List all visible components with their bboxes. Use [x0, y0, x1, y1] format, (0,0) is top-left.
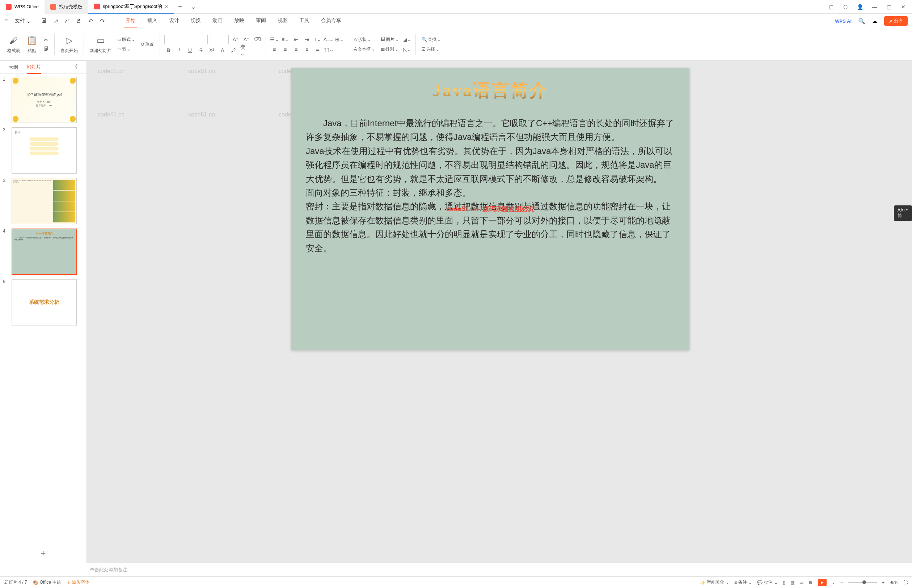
slides-tab[interactable]: 幻灯片 [27, 61, 41, 74]
thumb-item-4[interactable]: 4 Java语言简介 Java，目前Internet中最流行的编程语言之一。它吸… [3, 229, 84, 275]
notes-bar[interactable]: 单击此处添加备注 [0, 563, 912, 577]
align-right-icon[interactable]: ≡ [292, 45, 300, 53]
superscript-icon[interactable]: X² [208, 46, 216, 54]
cube-icon[interactable]: ⬡ [841, 3, 850, 11]
slide-body[interactable]: Java，目前Internet中最流行的编程语言之一。它吸取了C++编程语言的长… [306, 116, 675, 255]
slide-editor[interactable]: code51.cn code51.cn code51.cn code51.cn … [87, 61, 894, 563]
zoom-slider[interactable] [848, 582, 877, 583]
slideshow-button[interactable]: ▶ [818, 579, 826, 586]
theme-indicator[interactable]: 🎨 Office 主题 [33, 579, 61, 585]
tab-slideshow[interactable]: 放映 [233, 15, 246, 27]
thumbnail-1[interactable]: 学生请假管理系统-ppt 答辩人：xxx 指导老师：xxx [11, 77, 77, 123]
increase-indent-icon[interactable]: ⇥ [303, 36, 311, 44]
picture-button[interactable]: 🖼 图片 ⌄ [379, 36, 400, 44]
undo-icon[interactable]: ↶ [87, 18, 94, 24]
maximize-button[interactable]: ▢ [884, 3, 893, 11]
wps-ai-button[interactable]: WPS AI [835, 18, 852, 24]
comments-toggle[interactable]: 💬 批注 ⌄ [757, 579, 778, 585]
tab-member[interactable]: 会员专享 [319, 15, 343, 27]
number-list-icon[interactable]: ≡⌄ [281, 36, 289, 44]
zoom-out-icon[interactable]: − [840, 580, 843, 585]
distribute-icon[interactable]: ≣ [314, 45, 322, 53]
close-tab-icon[interactable]: × [165, 3, 168, 10]
add-tab-button[interactable]: + [174, 3, 186, 10]
increase-font-icon[interactable]: A⁺ [232, 36, 240, 44]
cut-icon[interactable]: ✂ [42, 36, 50, 44]
slide-title[interactable]: Java语言简介 [306, 79, 675, 102]
shape-button[interactable]: ◇ 形状 ⌄ [353, 36, 376, 44]
align-center-icon[interactable]: ≡ [281, 45, 289, 53]
zoom-value[interactable]: 95% [889, 580, 898, 585]
clear-format-icon[interactable]: ⌫ [253, 36, 261, 44]
highlight-icon[interactable]: 🖍 [230, 46, 237, 54]
outline-icon[interactable]: ◺⌄ [403, 45, 411, 53]
tab-view[interactable]: 视图 [276, 15, 289, 27]
thumb-item-3[interactable]: 3 近年来，人们的生活方式以往往往往往往往往往往往往往往往往往... [3, 178, 84, 224]
font-select[interactable] [164, 35, 208, 44]
italic-icon[interactable]: I [175, 46, 183, 54]
file-menu[interactable]: 文件 ⌄ [12, 16, 34, 26]
redo-icon[interactable]: ↷ [99, 18, 105, 24]
tab-transition[interactable]: 切换 [189, 15, 202, 27]
tab-animation[interactable]: 动画 [211, 15, 224, 27]
decrease-font-icon[interactable]: A⁻ [243, 36, 250, 44]
missing-font-warning[interactable]: ⚠ 缺失字体 [66, 579, 89, 585]
align-vertical-icon[interactable]: ⊞⌄ [335, 36, 343, 44]
preview-icon[interactable]: 🗎 [76, 18, 82, 24]
notes-view-icon[interactable]: 🗎 [808, 580, 813, 585]
align-left-icon[interactable]: ≡ [271, 45, 278, 53]
add-slide-button[interactable]: + [0, 544, 86, 563]
save-icon[interactable]: 🖫 [41, 18, 47, 24]
reading-view-icon[interactable]: ▭ [799, 580, 803, 585]
from-current-button[interactable]: ▷ 当页开始 [59, 33, 79, 55]
copy-icon[interactable]: 🗐 [42, 45, 50, 53]
tab-insert[interactable]: 插入 [146, 15, 159, 27]
line-spacing-icon[interactable]: ↕⌄ [314, 36, 322, 44]
bullet-list-icon[interactable]: ☰⌄ [271, 36, 278, 44]
font-mode-button[interactable]: AA ⟳简 [894, 205, 912, 221]
thumbnail-5[interactable]: 系统需求分析 [11, 279, 77, 325]
outline-tab[interactable]: 大纲 [9, 61, 18, 73]
select-button[interactable]: ☑ 选择 ⌄ [420, 45, 442, 53]
strikethrough-icon[interactable]: S̶ [197, 46, 205, 54]
document-tab[interactable]: springboot基于SpringBoot的 × [88, 0, 174, 14]
fill-icon[interactable]: ◢⌄ [403, 36, 411, 44]
sorter-view-icon[interactable]: ▦ [791, 580, 794, 585]
app-tab[interactable]: WPS Office [0, 0, 45, 14]
new-slide-button[interactable]: ▭ 新建幻灯片 [88, 33, 113, 55]
textbox-button[interactable]: A 文本框 ⌄ [353, 45, 376, 53]
notes-toggle[interactable]: ≡ 备注 ⌄ [734, 579, 752, 585]
thumb-item-2[interactable]: 2 目录 [3, 127, 84, 174]
thumbnail-3[interactable]: 近年来，人们的生活方式以往往往往往往往往往往往往往往往往往... [11, 178, 77, 224]
print-icon[interactable]: 🖨 [64, 18, 71, 24]
template-tab[interactable]: 找稻壳模板 [45, 0, 88, 14]
close-button[interactable]: ✕ [899, 3, 908, 11]
format-painter-button[interactable]: 🖌 格式刷 [6, 33, 22, 55]
window-icon[interactable]: ▢ [826, 3, 835, 11]
tab-review[interactable]: 审阅 [254, 15, 267, 27]
convert-icon[interactable]: 变 ⌄ [240, 46, 248, 54]
tab-design[interactable]: 设计 [168, 15, 181, 27]
tab-dropdown[interactable]: ⌄ [186, 3, 201, 11]
slideshow-dropdown[interactable]: ⌄ [832, 580, 835, 585]
export-icon[interactable]: ↗ [52, 18, 59, 24]
find-button[interactable]: 🔍 查找 ⌄ [420, 36, 442, 44]
avatar-icon[interactable]: 👤 [855, 3, 864, 11]
decrease-indent-icon[interactable]: ⇤ [292, 36, 300, 44]
paste-button[interactable]: 📋 粘贴 [24, 33, 39, 55]
tab-start[interactable]: 开始 [124, 15, 137, 27]
thumb-item-1[interactable]: 1 学生请假管理系统-ppt 答辩人：xxx 指导老师：xxx [3, 77, 84, 123]
arrange-button[interactable]: ▦ 排列 ⌄ [379, 45, 400, 53]
reset-button[interactable]: ↺ 重置 [139, 40, 155, 48]
thumb-item-5[interactable]: 5 系统需求分析 [3, 279, 84, 325]
justify-icon[interactable]: ≡ [303, 45, 311, 53]
layout-button[interactable]: ▭ 版式 ⌄ [116, 36, 136, 44]
minimize-button[interactable]: — [870, 3, 879, 11]
columns-icon[interactable]: ▯▯⌄ [325, 45, 332, 53]
collapse-panel-icon[interactable]: 《 [72, 63, 78, 71]
slide-canvas[interactable]: Java语言简介 Java，目前Internet中最流行的编程语言之一。它吸取了… [292, 68, 689, 350]
tab-tools[interactable]: 工具 [298, 15, 311, 27]
search-icon[interactable]: 🔍 [858, 18, 865, 24]
text-direction-icon[interactable]: A↓⌄ [325, 36, 332, 44]
normal-view-icon[interactable]: ▯ [783, 580, 785, 585]
